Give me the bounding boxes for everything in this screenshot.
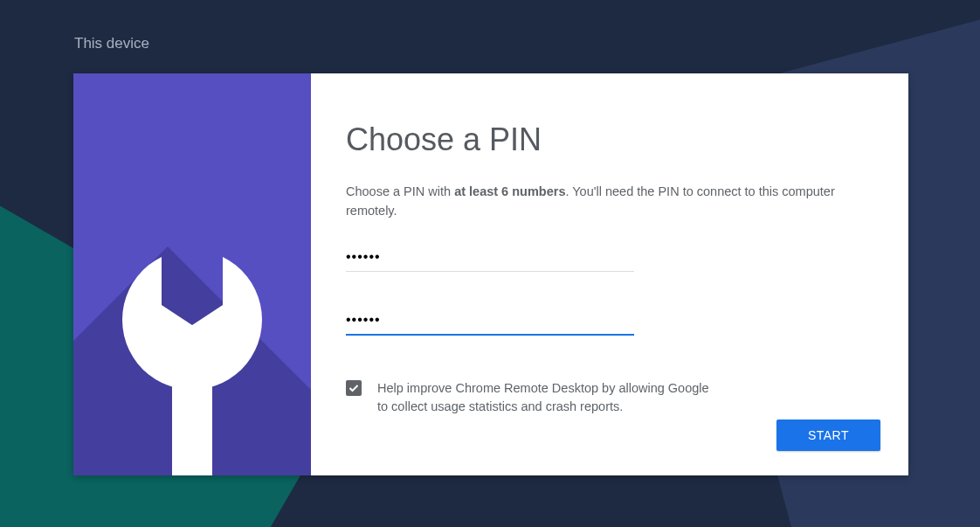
dialog-description: Choose a PIN with at least 6 numbers. Yo…: [346, 183, 873, 221]
usage-stats-label: Help improve Chrome Remote Desktop by al…: [377, 379, 713, 416]
card-content: Choose a PIN Choose a PIN with at least …: [311, 73, 908, 475]
pin-setup-card: Choose a PIN Choose a PIN with at least …: [73, 73, 908, 475]
svg-rect-0: [172, 353, 212, 475]
desc-bold: at least 6 numbers: [454, 184, 565, 198]
pin-input-wrap-1: [346, 244, 634, 272]
section-label: This device: [74, 35, 149, 52]
start-button[interactable]: START: [776, 420, 880, 451]
desc-pre: Choose a PIN with: [346, 184, 454, 198]
usage-stats-checkbox[interactable]: [346, 380, 362, 396]
wrench-icon: [122, 257, 262, 475]
pin-input-2[interactable]: [346, 307, 634, 336]
checkmark-icon: [348, 382, 360, 394]
usage-stats-row: Help improve Chrome Remote Desktop by al…: [346, 379, 713, 416]
pin-input-wrap-2: [346, 307, 634, 336]
card-illustration-panel: [73, 73, 311, 475]
dialog-title: Choose a PIN: [346, 121, 873, 158]
pin-input-1[interactable]: [346, 244, 634, 272]
action-row: START: [776, 420, 880, 451]
